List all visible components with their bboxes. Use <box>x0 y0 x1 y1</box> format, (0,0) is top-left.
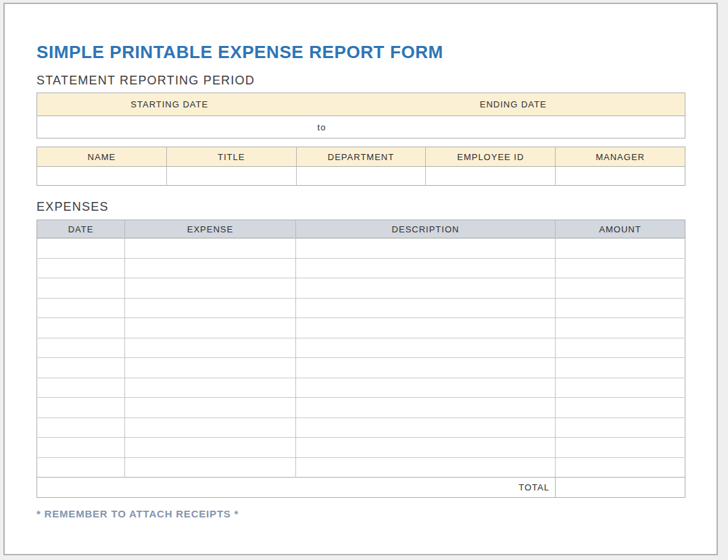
expenses-header-row: DATEEXPENSEDESCRIPTIONAMOUNT <box>37 220 685 238</box>
starting-date-field[interactable] <box>37 116 302 138</box>
expense-cell-2-0[interactable] <box>37 278 125 299</box>
employee-field-1[interactable] <box>166 167 296 186</box>
employee-header-2: DEPARTMENT <box>296 147 426 167</box>
expense-cell-9-2[interactable] <box>296 417 556 438</box>
expense-cell-7-0[interactable] <box>37 378 125 398</box>
expense-cell-10-2[interactable] <box>296 438 556 458</box>
expense-cell-8-3[interactable] <box>556 398 685 418</box>
employee-info-table: NAMETITLEDEPARTMENTEMPLOYEE IDMANAGER <box>37 147 685 186</box>
expense-cell-1-1[interactable] <box>125 258 296 278</box>
expense-row-0 <box>37 238 685 259</box>
expense-cell-3-1[interactable] <box>125 298 296 318</box>
total-amount-field[interactable] <box>556 478 685 498</box>
expense-cell-6-1[interactable] <box>125 358 296 378</box>
expense-cell-9-0[interactable] <box>37 417 125 438</box>
expense-header-1: EXPENSE <box>125 220 296 238</box>
expense-cell-11-3[interactable] <box>556 457 685 478</box>
expense-cell-7-2[interactable] <box>296 378 556 398</box>
expense-row-1 <box>37 258 685 278</box>
expense-cell-5-2[interactable] <box>296 338 556 358</box>
employee-header-1: TITLE <box>166 147 296 167</box>
expense-cell-0-2[interactable] <box>296 238 556 259</box>
expense-cell-11-1[interactable] <box>125 457 296 478</box>
expense-row-5 <box>37 338 685 358</box>
expense-row-4 <box>37 318 685 338</box>
expense-table-body <box>37 238 685 478</box>
employee-header-3: EMPLOYEE ID <box>426 147 556 167</box>
employee-info-input-row <box>37 167 685 186</box>
expense-cell-3-0[interactable] <box>37 298 125 318</box>
reporting-period-heading: STATEMENT REPORTING PERIOD <box>37 74 685 88</box>
document-page: SIMPLE PRINTABLE EXPENSE REPORT FORM STA… <box>5 4 717 554</box>
employee-header-0: NAME <box>37 147 167 167</box>
total-label: TOTAL <box>37 478 556 498</box>
ending-date-field[interactable] <box>342 116 685 138</box>
expense-row-3 <box>37 298 685 318</box>
expense-cell-8-2[interactable] <box>296 398 556 418</box>
expense-cell-2-1[interactable] <box>125 278 296 299</box>
expense-row-10 <box>37 438 685 458</box>
expense-header-0: DATE <box>37 220 125 238</box>
expense-cell-10-3[interactable] <box>556 438 685 458</box>
employee-field-2[interactable] <box>296 167 426 186</box>
expense-header-2: DESCRIPTION <box>296 220 556 238</box>
expense-cell-4-2[interactable] <box>296 318 556 338</box>
expense-cell-11-2[interactable] <box>296 457 556 478</box>
expense-cell-5-3[interactable] <box>556 338 685 358</box>
expense-cell-4-3[interactable] <box>556 318 685 338</box>
page-title: SIMPLE PRINTABLE EXPENSE REPORT FORM <box>37 42 685 63</box>
employee-field-0[interactable] <box>37 167 167 186</box>
expense-cell-4-0[interactable] <box>37 318 125 338</box>
reporting-period-header-spacer <box>302 93 342 116</box>
expense-cell-11-0[interactable] <box>37 457 125 478</box>
expense-cell-8-0[interactable] <box>37 398 125 418</box>
starting-date-header: STARTING DATE <box>37 93 302 116</box>
expense-row-9 <box>37 417 685 438</box>
expense-cell-7-1[interactable] <box>125 378 296 398</box>
attach-receipts-note: * REMEMBER TO ATTACH RECEIPTS * <box>37 508 685 519</box>
reporting-period-input-row: to <box>37 116 685 138</box>
expense-cell-1-0[interactable] <box>37 258 125 278</box>
expense-cell-6-2[interactable] <box>296 358 556 378</box>
expense-cell-3-3[interactable] <box>556 298 685 318</box>
expense-cell-2-2[interactable] <box>296 278 556 299</box>
expense-cell-10-0[interactable] <box>37 438 125 458</box>
expense-cell-6-0[interactable] <box>37 358 125 378</box>
date-separator-label: to <box>302 116 342 138</box>
expense-cell-5-1[interactable] <box>125 338 296 358</box>
employee-info-header-row: NAMETITLEDEPARTMENTEMPLOYEE IDMANAGER <box>37 147 685 167</box>
employee-field-4[interactable] <box>556 167 685 186</box>
expense-row-7 <box>37 378 685 398</box>
expense-cell-0-3[interactable] <box>556 238 685 259</box>
expense-cell-9-3[interactable] <box>556 417 685 438</box>
expenses-heading: EXPENSES <box>37 200 685 214</box>
reporting-period-header-row: STARTING DATE ENDING DATE <box>37 93 685 116</box>
expense-cell-3-2[interactable] <box>296 298 556 318</box>
expense-cell-10-1[interactable] <box>125 438 296 458</box>
expense-cell-8-1[interactable] <box>125 398 296 418</box>
expense-cell-4-1[interactable] <box>125 318 296 338</box>
expense-row-8 <box>37 398 685 418</box>
expense-header-3: AMOUNT <box>556 220 685 238</box>
expense-cell-2-3[interactable] <box>556 278 685 299</box>
expense-cell-9-1[interactable] <box>125 417 296 438</box>
expenses-table: DATEEXPENSEDESCRIPTIONAMOUNT TOTAL <box>37 220 685 498</box>
expense-cell-0-0[interactable] <box>37 238 125 259</box>
expense-cell-5-0[interactable] <box>37 338 125 358</box>
reporting-period-table: STARTING DATE ENDING DATE to <box>37 93 685 138</box>
ending-date-header: ENDING DATE <box>342 93 685 116</box>
expense-row-2 <box>37 278 685 299</box>
expense-row-11 <box>37 457 685 478</box>
expense-cell-0-1[interactable] <box>125 238 296 259</box>
expense-cell-1-2[interactable] <box>296 258 556 278</box>
employee-header-4: MANAGER <box>556 147 685 167</box>
employee-field-3[interactable] <box>426 167 556 186</box>
expense-cell-7-3[interactable] <box>556 378 685 398</box>
expense-row-6 <box>37 358 685 378</box>
expenses-total-row: TOTAL <box>37 478 685 498</box>
expense-cell-6-3[interactable] <box>556 358 685 378</box>
expense-cell-1-3[interactable] <box>556 258 685 278</box>
